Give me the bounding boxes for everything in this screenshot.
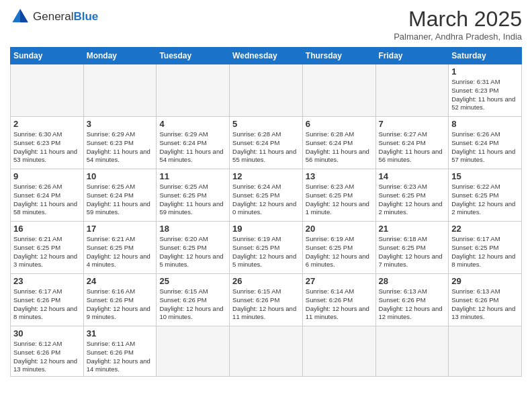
calendar-cell: 31Sunrise: 6:11 AM Sunset: 6:26 PM Dayli… — [83, 326, 157, 377]
calendar-cell: 29Sunrise: 6:13 AM Sunset: 6:26 PM Dayli… — [449, 274, 522, 326]
day-info: Sunrise: 6:12 AM Sunset: 6:26 PM Dayligh… — [13, 340, 81, 374]
day-number: 6 — [306, 119, 373, 129]
day-info: Sunrise: 6:19 AM Sunset: 6:25 PM Dayligh… — [306, 235, 373, 269]
calendar-cell: 6Sunrise: 6:28 AM Sunset: 6:24 PM Daylig… — [302, 117, 375, 169]
calendar-cell: 26Sunrise: 6:15 AM Sunset: 6:26 PM Dayli… — [230, 274, 303, 326]
day-number: 26 — [232, 276, 300, 286]
day-number: 27 — [306, 276, 373, 286]
day-number: 17 — [87, 224, 154, 234]
location-subtitle: Palmaner, Andhra Pradesh, India — [394, 32, 522, 42]
calendar-cell: 15Sunrise: 6:22 AM Sunset: 6:25 PM Dayli… — [449, 169, 522, 222]
col-header-thursday: Thursday — [302, 48, 375, 64]
day-info: Sunrise: 6:15 AM Sunset: 6:26 PM Dayligh… — [159, 287, 226, 322]
day-number: 28 — [379, 276, 446, 286]
calendar-cell: 21Sunrise: 6:18 AM Sunset: 6:25 PM Dayli… — [375, 222, 449, 274]
calendar-cell — [375, 64, 449, 117]
calendar-cell — [230, 326, 303, 377]
day-number: 12 — [232, 171, 300, 181]
title-block: March 2025 Palmaner, Andhra Pradesh, Ind… — [394, 7, 522, 42]
page-header: GeneralBlue March 2025 Palmaner, Andhra … — [10, 7, 522, 42]
day-number: 7 — [379, 119, 446, 129]
calendar-cell: 16Sunrise: 6:21 AM Sunset: 6:25 PM Dayli… — [11, 222, 84, 274]
calendar-cell: 12Sunrise: 6:24 AM Sunset: 6:25 PM Dayli… — [230, 169, 303, 222]
day-info: Sunrise: 6:14 AM Sunset: 6:26 PM Dayligh… — [306, 287, 373, 322]
calendar-cell: 8Sunrise: 6:26 AM Sunset: 6:24 PM Daylig… — [449, 117, 522, 169]
day-number: 29 — [451, 276, 519, 286]
calendar-cell — [83, 64, 157, 117]
col-header-tuesday: Tuesday — [157, 48, 230, 64]
day-info: Sunrise: 6:20 AM Sunset: 6:25 PM Dayligh… — [159, 235, 226, 269]
calendar-week-row: 1Sunrise: 6:31 AM Sunset: 6:23 PM Daylig… — [11, 64, 522, 117]
day-info: Sunrise: 6:21 AM Sunset: 6:25 PM Dayligh… — [87, 235, 154, 269]
day-info: Sunrise: 6:13 AM Sunset: 6:26 PM Dayligh… — [451, 287, 519, 322]
calendar-cell: 30Sunrise: 6:12 AM Sunset: 6:26 PM Dayli… — [11, 326, 84, 377]
calendar-cell: 5Sunrise: 6:28 AM Sunset: 6:24 PM Daylig… — [230, 117, 303, 169]
calendar-cell: 28Sunrise: 6:13 AM Sunset: 6:26 PM Dayli… — [375, 274, 449, 326]
day-number: 13 — [306, 171, 373, 181]
calendar-cell — [157, 326, 230, 377]
col-header-friday: Friday — [375, 48, 449, 64]
day-info: Sunrise: 6:28 AM Sunset: 6:24 PM Dayligh… — [306, 130, 373, 165]
calendar-cell: 27Sunrise: 6:14 AM Sunset: 6:26 PM Dayli… — [302, 274, 375, 326]
calendar-cell: 22Sunrise: 6:17 AM Sunset: 6:25 PM Dayli… — [449, 222, 522, 274]
day-number: 3 — [87, 119, 154, 129]
month-title: March 2025 — [394, 7, 522, 32]
day-number: 22 — [451, 224, 519, 234]
calendar-cell: 9Sunrise: 6:26 AM Sunset: 6:24 PM Daylig… — [11, 169, 84, 222]
col-header-monday: Monday — [83, 48, 157, 64]
calendar-week-row: 30Sunrise: 6:12 AM Sunset: 6:26 PM Dayli… — [11, 326, 522, 377]
calendar-cell: 2Sunrise: 6:30 AM Sunset: 6:23 PM Daylig… — [11, 117, 84, 169]
day-info: Sunrise: 6:17 AM Sunset: 6:25 PM Dayligh… — [451, 235, 519, 269]
day-info: Sunrise: 6:25 AM Sunset: 6:25 PM Dayligh… — [159, 183, 226, 217]
calendar-cell: 4Sunrise: 6:29 AM Sunset: 6:24 PM Daylig… — [157, 117, 230, 169]
day-number: 2 — [13, 119, 81, 129]
calendar-cell — [230, 64, 303, 117]
day-info: Sunrise: 6:16 AM Sunset: 6:26 PM Dayligh… — [87, 287, 154, 322]
calendar-cell: 10Sunrise: 6:25 AM Sunset: 6:24 PM Dayli… — [83, 169, 157, 222]
day-number: 8 — [451, 119, 519, 129]
day-info: Sunrise: 6:30 AM Sunset: 6:23 PM Dayligh… — [13, 130, 81, 165]
day-number: 14 — [379, 171, 446, 181]
day-number: 15 — [451, 171, 519, 181]
day-info: Sunrise: 6:25 AM Sunset: 6:24 PM Dayligh… — [87, 183, 154, 217]
calendar-cell: 23Sunrise: 6:17 AM Sunset: 6:26 PM Dayli… — [11, 274, 84, 326]
calendar-week-row: 16Sunrise: 6:21 AM Sunset: 6:25 PM Dayli… — [11, 222, 522, 274]
day-info: Sunrise: 6:28 AM Sunset: 6:24 PM Dayligh… — [232, 130, 300, 165]
calendar-cell — [11, 64, 84, 117]
logo-text: GeneralBlue — [33, 10, 98, 24]
logo: GeneralBlue — [10, 7, 98, 27]
logo-icon — [10, 7, 30, 27]
day-info: Sunrise: 6:17 AM Sunset: 6:26 PM Dayligh… — [13, 287, 81, 322]
col-header-sunday: Sunday — [11, 48, 84, 64]
col-header-saturday: Saturday — [449, 48, 522, 64]
day-info: Sunrise: 6:23 AM Sunset: 6:25 PM Dayligh… — [379, 183, 446, 217]
calendar-table: SundayMondayTuesdayWednesdayThursdayFrid… — [10, 47, 522, 377]
day-number: 9 — [13, 171, 81, 181]
day-number: 21 — [379, 224, 446, 234]
day-number: 25 — [159, 276, 226, 286]
day-info: Sunrise: 6:11 AM Sunset: 6:26 PM Dayligh… — [87, 340, 154, 374]
calendar-cell: 17Sunrise: 6:21 AM Sunset: 6:25 PM Dayli… — [83, 222, 157, 274]
day-info: Sunrise: 6:19 AM Sunset: 6:25 PM Dayligh… — [232, 235, 300, 269]
day-number: 31 — [87, 328, 154, 338]
day-number: 23 — [13, 276, 81, 286]
day-info: Sunrise: 6:26 AM Sunset: 6:24 PM Dayligh… — [451, 130, 519, 165]
calendar-cell: 24Sunrise: 6:16 AM Sunset: 6:26 PM Dayli… — [83, 274, 157, 326]
calendar-cell: 25Sunrise: 6:15 AM Sunset: 6:26 PM Dayli… — [157, 274, 230, 326]
calendar-week-row: 2Sunrise: 6:30 AM Sunset: 6:23 PM Daylig… — [11, 117, 522, 169]
day-info: Sunrise: 6:31 AM Sunset: 6:23 PM Dayligh… — [451, 78, 519, 112]
day-number: 20 — [306, 224, 373, 234]
day-number: 1 — [451, 66, 519, 77]
calendar-cell: 20Sunrise: 6:19 AM Sunset: 6:25 PM Dayli… — [302, 222, 375, 274]
day-info: Sunrise: 6:22 AM Sunset: 6:25 PM Dayligh… — [451, 183, 519, 217]
day-info: Sunrise: 6:23 AM Sunset: 6:25 PM Dayligh… — [306, 183, 373, 217]
calendar-cell — [157, 64, 230, 117]
calendar-cell: 3Sunrise: 6:29 AM Sunset: 6:23 PM Daylig… — [83, 117, 157, 169]
calendar-cell — [302, 64, 375, 117]
col-header-wednesday: Wednesday — [230, 48, 303, 64]
calendar-cell: 19Sunrise: 6:19 AM Sunset: 6:25 PM Dayli… — [230, 222, 303, 274]
calendar-cell: 18Sunrise: 6:20 AM Sunset: 6:25 PM Dayli… — [157, 222, 230, 274]
day-number: 19 — [232, 224, 300, 234]
calendar-cell — [375, 326, 449, 377]
day-number: 11 — [159, 171, 226, 181]
